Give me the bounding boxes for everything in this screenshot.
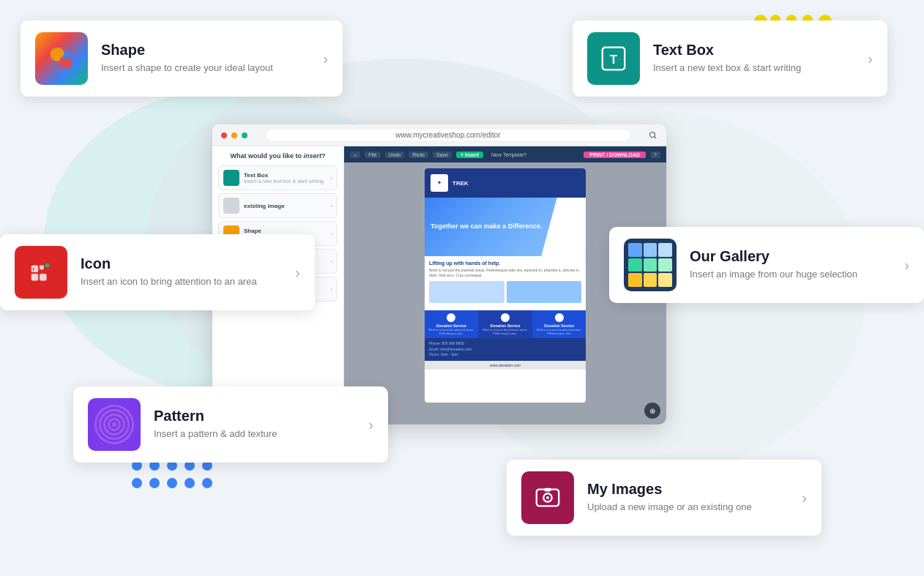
icon-card-arrow: ›	[295, 264, 300, 281]
icon-card-title: Icon	[81, 255, 286, 272]
sidebar-icon-arrow: ›	[330, 258, 332, 265]
shape-card-arrow: ›	[323, 51, 328, 67]
sidebar-textbox-arrow: ›	[330, 175, 332, 182]
browser-bar: www.mycreativeshop.com/editor	[212, 124, 666, 146]
textbox-card-content: Text Box Insert a new text box & start w…	[653, 42, 859, 75]
flyer-service-icon-3	[555, 313, 564, 322]
svg-point-16	[650, 132, 655, 137]
flyer-contact: Phone: 800 999 8909 Email: info@donation…	[425, 338, 586, 361]
gallery-card-content: Our Gallery Insert an image from our hug…	[690, 248, 895, 281]
flyer-org-name: TREK	[452, 180, 469, 187]
pattern-icon	[88, 398, 141, 451]
gallery-icon	[624, 239, 677, 291]
textbox-card[interactable]: T Text Box Insert a new text box & start…	[573, 20, 887, 97]
myimages-card-arrow: ›	[802, 490, 807, 506]
sidebar-existing-arrow: ›	[330, 203, 332, 209]
toolbar-help[interactable]: ?	[650, 152, 660, 158]
toolbar-insert[interactable]: + Insert	[456, 152, 483, 158]
flyer-service-1: Donation Service Work is not just the pl…	[425, 310, 478, 338]
flyer-service-3: Donation Service Work is not just the pl…	[532, 310, 586, 338]
sidebar-pattern-arrow: ›	[330, 286, 332, 293]
toolbar-file[interactable]: File	[365, 152, 380, 158]
svg-point-10	[45, 263, 50, 268]
flyer-phone: Phone: 800 999 8909	[429, 341, 581, 347]
sidebar-shape-arrow: ›	[330, 231, 332, 237]
svg-point-14	[546, 496, 549, 499]
toolbar-new-template: New Template?	[488, 152, 530, 158]
toolbar-print[interactable]: PRINT / DOWNLOAD	[584, 152, 646, 158]
gallery-card-arrow: ›	[904, 257, 909, 274]
insert-panel-title: What would you like to insert?	[218, 152, 338, 160]
sidebar-existing-icon	[223, 198, 239, 214]
svg-rect-9	[40, 266, 44, 270]
flyer-service-text-1: Work is not just the planned areas. Pell…	[428, 328, 475, 335]
textbox-card-desc: Insert a new text box & start writing	[653, 61, 859, 75]
browser-min-dot	[231, 132, 237, 138]
sidebar-textbox-icon	[223, 170, 239, 186]
gallery-card-title: Our Gallery	[690, 248, 895, 265]
myimages-card-content: My Images Upload a new image or an exist…	[587, 481, 793, 514]
sidebar-textbox-item[interactable]: Text Box Insert a new text box & start w…	[218, 165, 338, 190]
icon-card-content: Icon Insert an icon to bring attention t…	[81, 255, 286, 288]
flyer-service-2: Donation Service Work is not just the pl…	[479, 310, 532, 338]
flyer-img-2	[507, 281, 582, 303]
browser-close-dot	[221, 132, 227, 138]
blue-dot	[132, 478, 142, 488]
shape-card[interactable]: Shape Insert a shape to create your idea…	[21, 20, 343, 97]
shape-card-title: Shape	[101, 42, 314, 59]
blue-dot	[167, 478, 177, 488]
icon-card-desc: Insert an icon to bring attention to an …	[81, 275, 286, 288]
flyer-service-icon-2	[501, 313, 510, 322]
sidebar-existing-image-item[interactable]: existing image ›	[218, 193, 338, 218]
browser-max-dot	[242, 132, 247, 138]
flyer-service-icon-1	[447, 313, 455, 322]
svg-line-17	[655, 136, 657, 138]
flyer-hours: Hours: 9am - 9pm	[429, 352, 581, 358]
shape-card-content: Shape Insert a shape to create your idea…	[101, 42, 314, 75]
pattern-card[interactable]: Pattern Insert a pattern & add texture ›	[73, 386, 388, 463]
blue-dot	[185, 478, 195, 488]
flyer-hero-stripe	[541, 198, 586, 256]
search-icon	[649, 131, 657, 140]
flyer-service-text-2: Work is not just the planned areas. Pell…	[482, 328, 529, 335]
toolbar-save[interactable]: Save	[433, 152, 452, 158]
sidebar-textbox-text: Text Box Insert a new text box & start w…	[244, 172, 324, 184]
editor-toolbar: ⌂ File Undo Redo Save + Insert New Templ…	[344, 146, 666, 162]
toolbar-redo[interactable]: Redo	[409, 152, 428, 158]
flyer-bottom: Donation Service Work is not just the pl…	[425, 310, 586, 338]
gallery-card-desc: Insert an image from our huge selection	[690, 268, 895, 281]
toolbar-undo[interactable]: Undo	[385, 152, 405, 158]
svg-rect-15	[544, 488, 551, 492]
flyer-hero: Together we can make a Difference.	[425, 198, 586, 256]
myimages-card-desc: Upload a new image or an existing one	[587, 501, 793, 514]
flyer-body-title: Lifting up with hands of help.	[429, 261, 581, 266]
icon-icon: f	[15, 246, 67, 299]
myimages-card-title: My Images	[587, 481, 793, 498]
zoom-button[interactable]: ⊕	[644, 403, 660, 419]
flyer-website: www.donation.com	[425, 361, 586, 370]
svg-rect-6	[31, 274, 39, 281]
flyer-email: Email: info@donation.com	[429, 347, 581, 353]
flyer-header: ✦ TREK	[425, 168, 586, 198]
donation-flyer: ✦ TREK Together we can make a Difference…	[425, 168, 586, 403]
textbox-icon: T	[587, 32, 640, 85]
browser-url-bar[interactable]: www.mycreativeshop.com/editor	[267, 130, 630, 141]
blue-dot	[149, 478, 160, 488]
gallery-card[interactable]: Our Gallery Insert an image from our hug…	[609, 227, 924, 303]
pattern-card-content: Pattern Insert a pattern & add texture	[154, 408, 359, 441]
toolbar-home[interactable]: ⌂	[350, 152, 360, 158]
myimages-card[interactable]: My Images Upload a new image or an exist…	[507, 460, 821, 536]
flyer-hero-text: Together we can make a Difference.	[431, 222, 542, 231]
flyer-service-text-3: Work is not just the planned areas. Pell…	[535, 328, 583, 335]
svg-rect-7	[40, 274, 47, 281]
shape-card-desc: Insert a shape to create your ideal layo…	[101, 61, 314, 75]
pattern-card-desc: Insert a pattern & add texture	[154, 427, 359, 441]
svg-text:T: T	[610, 53, 618, 67]
icon-card[interactable]: f Icon Insert an icon to bring attention…	[0, 234, 315, 310]
pattern-card-title: Pattern	[154, 408, 359, 424]
flyer-images-row	[429, 281, 581, 303]
flyer-logo: ✦	[431, 174, 448, 192]
svg-rect-1	[60, 57, 71, 68]
flyer-body: Lifting up with hands of help. Work is n…	[425, 256, 586, 310]
textbox-card-title: Text Box	[653, 42, 859, 59]
